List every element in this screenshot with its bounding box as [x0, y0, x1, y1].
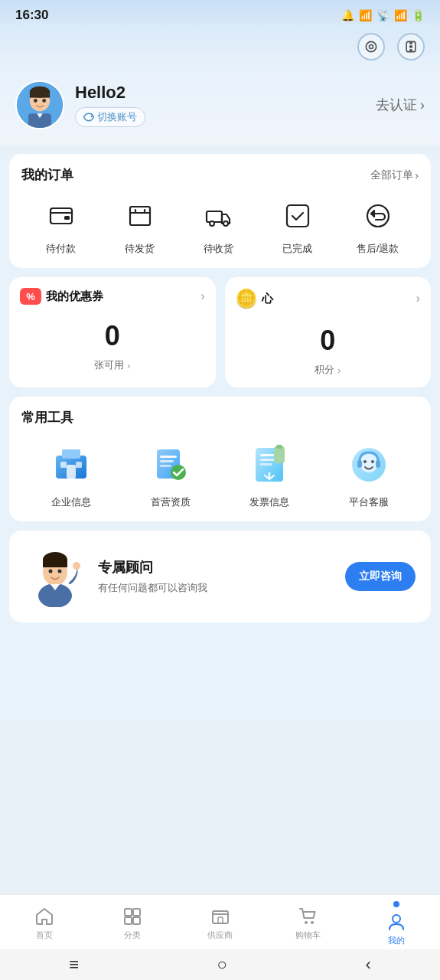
coupon-header: % 我的优惠券 › — [20, 288, 205, 305]
main-content: 我的订单 全部订单 › 待付款 — [0, 154, 440, 724]
svg-rect-13 — [51, 208, 72, 224]
svg-point-40 — [371, 460, 374, 463]
coupon-points-row: % 我的优惠券 › 0 张可用 › 🪙 心 › 0 积分 — [9, 277, 431, 387]
order-item-refund[interactable]: 售后/退款 — [357, 196, 399, 256]
truck-icon — [199, 196, 239, 236]
nav-item-home[interactable]: 首页 — [21, 906, 67, 941]
switch-account-label: 切换账号 — [97, 110, 137, 124]
coupon-sub[interactable]: 张可用 › — [20, 358, 205, 372]
svg-rect-23 — [67, 465, 76, 479]
svg-rect-46 — [43, 560, 67, 567]
order-item-pending-shipment[interactable]: 待发货 — [120, 196, 160, 256]
all-orders-label: 全部订单 — [370, 168, 413, 182]
tool-invoice[interactable]: 发票信息 — [246, 442, 292, 509]
coupon-arrow[interactable]: › — [200, 289, 204, 303]
wallet-icon — [41, 196, 81, 236]
order-label-pending-payment: 待付款 — [46, 242, 76, 256]
svg-point-49 — [73, 562, 80, 570]
svg-point-48 — [58, 570, 62, 573]
scan-button[interactable] — [357, 33, 385, 60]
advisor-title: 专属顾问 — [98, 558, 333, 577]
tool-qualification[interactable]: 首营资质 — [148, 442, 194, 509]
svg-point-3 — [410, 46, 412, 48]
system-home-button[interactable]: ○ — [217, 955, 227, 975]
svg-rect-41 — [357, 460, 362, 468]
tool-qualification-label: 首营资质 — [151, 495, 191, 509]
points-sub[interactable]: 积分 › — [236, 363, 421, 377]
advisor-card: 专属顾问 有任何问题都可以咨询我 立即咨询 — [9, 531, 431, 622]
system-back-button[interactable]: ‹ — [365, 955, 370, 975]
points-header: 🪙 心 › — [236, 288, 421, 309]
nav-item-mine[interactable]: 我的 — [373, 901, 419, 946]
nav-label-mine: 我的 — [388, 935, 405, 946]
advisor-consult-button[interactable]: 立即咨询 — [345, 562, 416, 591]
svg-point-11 — [42, 99, 46, 103]
nav-label-home: 首页 — [36, 929, 53, 941]
system-menu-button[interactable]: ≡ — [69, 955, 79, 975]
svg-point-18 — [223, 221, 228, 226]
invoice-icon — [246, 442, 292, 488]
points-arrow[interactable]: › — [416, 292, 420, 305]
advisor-avatar — [24, 546, 86, 607]
tool-enterprise-label: 企业信息 — [51, 495, 91, 509]
nav-item-cart[interactable]: 购物车 — [285, 906, 331, 941]
svg-point-0 — [366, 41, 376, 51]
nav-item-category[interactable]: 分类 — [109, 906, 155, 941]
svg-rect-28 — [160, 460, 174, 462]
nav-label-category: 分类 — [124, 929, 141, 941]
order-label-pending-shipment: 待发货 — [125, 242, 155, 256]
order-item-pending-payment[interactable]: 待付款 — [41, 196, 81, 256]
points-count: 0 — [236, 325, 421, 357]
svg-point-17 — [210, 221, 214, 226]
tool-enterprise[interactable]: 企业信息 — [48, 442, 94, 509]
svg-rect-36 — [276, 445, 282, 449]
order-item-pending-delivery[interactable]: 待收货 — [199, 196, 239, 256]
order-label-pending-delivery: 待收货 — [204, 242, 233, 256]
svg-point-10 — [34, 99, 37, 103]
menu-button[interactable] — [397, 33, 425, 60]
switch-account-button[interactable]: 切换账号 — [75, 107, 145, 127]
svg-rect-50 — [125, 909, 132, 916]
svg-rect-9 — [30, 92, 50, 98]
orders-title: 我的订单 — [21, 166, 73, 184]
svg-rect-53 — [133, 917, 140, 924]
nav-label-cart: 购物车 — [295, 929, 321, 941]
wifi-icon: 📡 — [376, 9, 389, 21]
service-icon — [346, 442, 392, 488]
advisor-desc: 有任何问题都可以咨询我 — [98, 581, 333, 595]
chevron-right-icon: › — [415, 169, 419, 181]
all-orders-link[interactable]: 全部订单 › — [370, 168, 419, 182]
bottom-nav: 首页 分类 供应商 购物车 我的 — [0, 894, 440, 949]
profile-info: Hello2 切换账号 — [75, 83, 145, 127]
svg-rect-51 — [133, 909, 140, 916]
profile-name: Hello2 — [75, 83, 145, 103]
svg-rect-29 — [160, 465, 171, 467]
order-item-completed[interactable]: 已完成 — [278, 196, 318, 256]
tool-service[interactable]: 平台客服 — [346, 442, 392, 509]
enterprise-icon — [48, 442, 94, 488]
tools-section: 常用工具 — [9, 397, 431, 521]
profile-left: Hello2 切换账号 — [15, 80, 145, 129]
order-icons-row: 待付款 待发货 — [21, 196, 419, 256]
svg-point-56 — [305, 921, 308, 924]
coupon-sub-arrow: › — [127, 360, 130, 371]
svg-point-39 — [363, 460, 367, 463]
svg-point-1 — [370, 45, 373, 49]
battery-icon: 🔋 — [412, 9, 425, 21]
svg-rect-16 — [207, 211, 222, 222]
avatar[interactable] — [15, 80, 64, 129]
coupon-icon: % — [20, 288, 41, 305]
svg-rect-25 — [76, 462, 82, 468]
tool-service-label: 平台客服 — [349, 495, 389, 509]
profile-section: Hello2 切换账号 去认证 › — [0, 73, 440, 145]
system-nav: ≡ ○ ‹ — [0, 949, 440, 980]
certify-button[interactable]: 去认证 › — [376, 96, 425, 114]
advisor-info: 专属顾问 有任何问题都可以咨询我 — [98, 558, 333, 595]
check-icon — [278, 196, 318, 236]
order-label-completed: 已完成 — [282, 242, 312, 256]
coin-icon: 🪙 — [236, 288, 257, 309]
nav-item-supplier[interactable]: 供应商 — [197, 906, 243, 941]
svg-rect-15 — [130, 207, 150, 225]
svg-rect-34 — [260, 463, 272, 466]
tools-grid: 企业信息 — [21, 442, 419, 509]
